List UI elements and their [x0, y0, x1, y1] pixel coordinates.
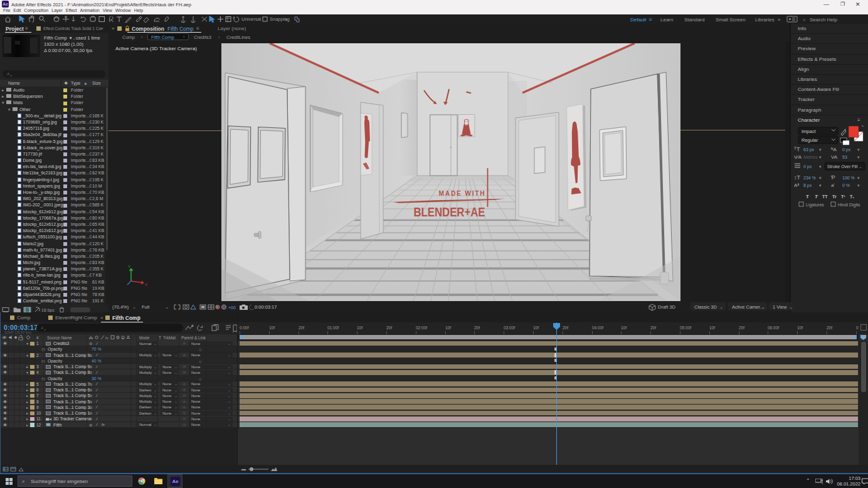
svg-text:ᴺA: ᴺA: [831, 147, 837, 152]
svg-text:Libraries: Libraries: [755, 17, 775, 23]
svg-text:0 %: 0 %: [842, 183, 850, 188]
svg-text:#: #: [36, 336, 39, 340]
svg-text:⌄: ⌄: [859, 164, 862, 169]
svg-text:Default: Default: [630, 17, 647, 23]
svg-text:▾: ▾: [819, 155, 822, 159]
svg-text:ᴀ̸: ᴀ̸: [831, 183, 835, 188]
svg-text:T¹: T¹: [841, 194, 845, 199]
svg-text:53: 53: [842, 155, 847, 159]
svg-text:T: T: [815, 194, 818, 199]
svg-text:»: »: [778, 17, 781, 23]
svg-text:ᵀT: ᵀT: [794, 146, 800, 152]
svg-text:234 %: 234 %: [803, 176, 816, 180]
svg-text:T: T: [806, 194, 809, 199]
svg-text:Hindi Digits: Hindi Digits: [838, 203, 860, 208]
svg-text:Source Name: Source Name: [47, 336, 72, 340]
svg-text:+00: +00: [228, 305, 236, 310]
svg-text:▾: ▾: [857, 176, 860, 180]
svg-text:▾: ▾: [819, 147, 822, 152]
svg-text:0 px: 0 px: [803, 164, 812, 169]
svg-text:Ƥ: Ƥ: [831, 174, 835, 181]
svg-text:⌕: ⌕: [803, 17, 805, 23]
svg-text:Stroke Over Fill: Stroke Over Fill: [827, 164, 858, 169]
svg-text:fx: fx: [105, 336, 109, 340]
svg-text:Search Help: Search Help: [810, 17, 838, 23]
svg-text:↕T: ↕T: [794, 174, 801, 181]
svg-text:Aª: Aª: [794, 183, 799, 188]
svg-text:63 px: 63 px: [803, 147, 815, 152]
svg-text:Parent & Link: Parent & Link: [181, 336, 206, 340]
svg-text:Ligatures: Ligatures: [806, 203, 824, 208]
svg-text:Metrics: Metrics: [803, 155, 818, 159]
svg-text:▾: ▾: [819, 183, 822, 188]
svg-text:Standard: Standard: [684, 17, 704, 23]
svg-text:Learn: Learn: [660, 17, 673, 23]
svg-text:Impact: Impact: [802, 129, 816, 134]
svg-text:▾: ▾: [819, 164, 822, 169]
svg-text:Universal: Universal: [241, 16, 262, 22]
svg-text:V⁄A: V⁄A: [794, 154, 802, 160]
svg-text:Mode: Mode: [139, 336, 150, 340]
svg-text:T: T: [159, 336, 161, 340]
svg-text:▾: ▾: [857, 147, 860, 152]
svg-text:▾: ▾: [857, 155, 860, 159]
svg-text:▾: ▾: [819, 176, 822, 180]
svg-text:8 px: 8 px: [803, 183, 812, 188]
svg-text:Regular: Regular: [802, 137, 818, 143]
svg-text:▾: ▾: [857, 183, 860, 188]
svg-text:T₁: T₁: [850, 194, 854, 199]
svg-text:≡: ≡: [649, 17, 652, 23]
svg-text:0 px: 0 px: [842, 147, 851, 152]
svg-text:100 %: 100 %: [842, 176, 855, 180]
svg-text:X: X: [145, 283, 147, 287]
svg-text:TT: TT: [822, 194, 828, 199]
svg-text:Y: Y: [128, 265, 130, 268]
svg-text:VA: VA: [831, 154, 838, 160]
svg-text:Small Screen: Small Screen: [716, 17, 746, 23]
svg-text:TrkMat: TrkMat: [163, 336, 176, 340]
svg-text:Tr: Tr: [832, 194, 837, 199]
